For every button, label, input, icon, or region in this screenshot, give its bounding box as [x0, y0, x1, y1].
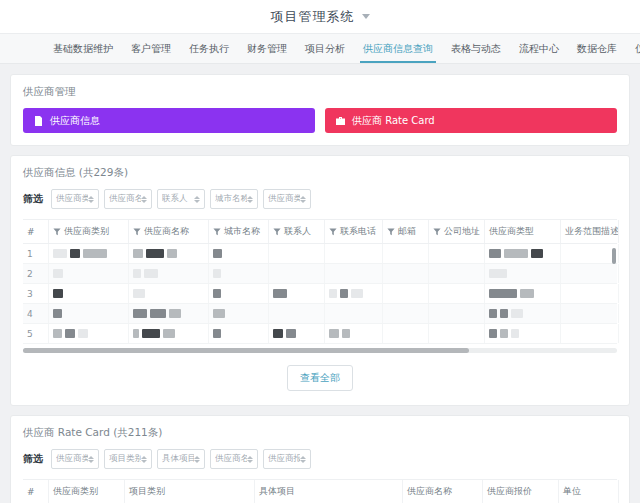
sort-arrows-icon — [300, 456, 306, 463]
redacted-text-block — [133, 269, 141, 278]
redacted-text-block — [133, 309, 147, 318]
supplier-info-filter-row: 筛选 供应商类别供应商名称联系人城市名称供应商类型 — [23, 189, 617, 209]
sort-arrows-icon — [141, 196, 147, 203]
sort-arrows-icon — [300, 196, 306, 203]
nav-tab-3[interactable]: 财务管理 — [238, 34, 296, 63]
column-header-6[interactable]: 邮箱 — [383, 220, 429, 243]
sort-arrows-icon — [194, 456, 200, 463]
column-header-label: 供应商报价 — [487, 485, 532, 498]
filter-select-label: 供应商类别 — [56, 193, 88, 205]
table-row[interactable]: 2 — [23, 264, 617, 284]
redacted-text-block — [489, 309, 497, 318]
redacted-text-block — [213, 249, 222, 258]
filter-select-label: 供应商报价 — [268, 453, 300, 465]
filter-select-2[interactable]: 具体项目 — [157, 449, 205, 469]
button-label: 供应商信息 — [50, 114, 100, 128]
nav-tab-1[interactable]: 客户管理 — [122, 34, 180, 63]
column-header-4[interactable]: 联系人 — [269, 220, 325, 243]
filter-funnel-icon — [53, 228, 61, 236]
table-cell — [485, 264, 561, 283]
table-cell — [269, 324, 325, 343]
table-cell — [49, 264, 129, 283]
table-header-row: #供应商类别供应商名称城市名称联系人联系电话邮箱公司地址供应商类型业务范围描述 — [23, 220, 617, 244]
redacted-text-block — [504, 249, 528, 258]
row-number: 2 — [27, 269, 33, 279]
column-header-3[interactable]: 城市名称 — [209, 220, 269, 243]
table-row[interactable]: 4 — [23, 304, 617, 324]
column-header-5[interactable]: 联系电话 — [325, 220, 383, 243]
supplier-mgmt-button-0[interactable]: 供应商信息 — [23, 108, 315, 133]
horizontal-scrollbar-track[interactable] — [23, 348, 617, 353]
nav-tab-9[interactable]: 仪表盘 — [626, 34, 640, 63]
rate-card-card: 供应商 Rate Card (共211条) 筛选 供应商类别项目类别具体项目供应… — [10, 415, 630, 503]
table-cell — [129, 304, 209, 323]
table-row[interactable]: 1 — [23, 244, 617, 264]
row-number-cell: 2 — [23, 264, 49, 283]
horizontal-scrollbar-thumb[interactable] — [23, 348, 469, 353]
table-cell — [429, 304, 485, 323]
filter-select-1[interactable]: 供应商名称 — [104, 189, 152, 209]
table-cell — [129, 324, 209, 343]
filter-select-4[interactable]: 供应商报价 — [263, 449, 311, 469]
nav-tab-2[interactable]: 任务执行 — [180, 34, 238, 63]
column-header-label: 供应商类别 — [64, 225, 109, 238]
table-row[interactable]: 5 — [23, 324, 617, 344]
table-cell — [209, 324, 269, 343]
filter-select-3[interactable]: 供应商名称 — [210, 449, 258, 469]
filter-select-2[interactable]: 联系人 — [157, 189, 205, 209]
table-cell — [485, 304, 561, 323]
filter-select-4[interactable]: 供应商类型 — [263, 189, 311, 209]
row-number: 1 — [27, 249, 33, 259]
filter-select-label: 供应商名称 — [109, 193, 141, 205]
nav-tab-5[interactable]: 供应商信息查询 — [354, 34, 442, 63]
table-cell — [209, 284, 269, 303]
vertical-scrollbar[interactable] — [612, 248, 616, 264]
main-nav: 基础数据维护客户管理任务执行财务管理项目分析供应商信息查询表格与动态流程中心数据… — [0, 33, 640, 64]
redacted-text-block — [133, 289, 145, 298]
table-cell — [49, 284, 129, 303]
supplier-info-card: 供应商信息 (共229条) 筛选 供应商类别供应商名称联系人城市名称供应商类型 … — [10, 155, 630, 406]
filter-funnel-icon — [329, 228, 337, 236]
table-cell — [561, 244, 619, 263]
sort-arrows-icon — [88, 196, 94, 203]
column-header-label: 供应商名称 — [144, 225, 189, 238]
table-cell — [209, 244, 269, 263]
view-all-button[interactable]: 查看全部 — [287, 365, 353, 391]
supplier-management-buttons: 供应商信息供应商 Rate Card — [23, 108, 617, 133]
column-header-1: 供应商类别 — [49, 480, 125, 503]
column-header-2[interactable]: 供应商名称 — [129, 220, 209, 243]
filter-select-0[interactable]: 供应商类别 — [51, 449, 99, 469]
table-cell — [429, 264, 485, 283]
app-title[interactable]: 项目管理系统 — [271, 8, 370, 26]
table-row[interactable]: 3 — [23, 284, 617, 304]
redacted-text-block — [500, 329, 508, 338]
column-header-2: 项目类别 — [125, 480, 255, 503]
filter-select-0[interactable]: 供应商类别 — [51, 189, 99, 209]
filter-select-3[interactable]: 城市名称 — [210, 189, 258, 209]
nav-tab-8[interactable]: 数据仓库 — [568, 34, 626, 63]
redacted-text-block — [53, 329, 62, 338]
column-header-label: 项目类别 — [129, 485, 165, 498]
column-header-6: 单位 — [559, 480, 619, 503]
column-header-label: 单位 — [563, 485, 581, 498]
column-header-7[interactable]: 公司地址 — [429, 220, 485, 243]
nav-tab-6[interactable]: 表格与动态 — [442, 34, 510, 63]
sort-arrows-icon — [247, 456, 253, 463]
column-header-label: 业务范围描述 — [565, 225, 619, 238]
column-header-4: 供应商名称 — [403, 480, 483, 503]
filter-select-1[interactable]: 项目类别 — [104, 449, 152, 469]
nav-tab-0[interactable]: 基础数据维护 — [44, 34, 122, 63]
redacted-text-block — [65, 329, 75, 338]
table-header-row: #供应商类别项目类别具体项目供应商名称供应商报价单位 — [23, 480, 617, 503]
column-header-1[interactable]: 供应商类别 — [49, 220, 129, 243]
nav-tab-7[interactable]: 流程中心 — [510, 34, 568, 63]
top-bar: 项目管理系统 — [0, 0, 640, 33]
column-header-3: 具体项目 — [255, 480, 403, 503]
filter-funnel-icon — [213, 228, 221, 236]
table-cell — [561, 324, 619, 343]
nav-tab-4[interactable]: 项目分析 — [296, 34, 354, 63]
supplier-mgmt-button-1[interactable]: 供应商 Rate Card — [325, 108, 617, 133]
table-cell — [485, 244, 561, 263]
filter-funnel-icon — [133, 228, 141, 236]
column-header-label: 供应商类型 — [489, 225, 534, 238]
